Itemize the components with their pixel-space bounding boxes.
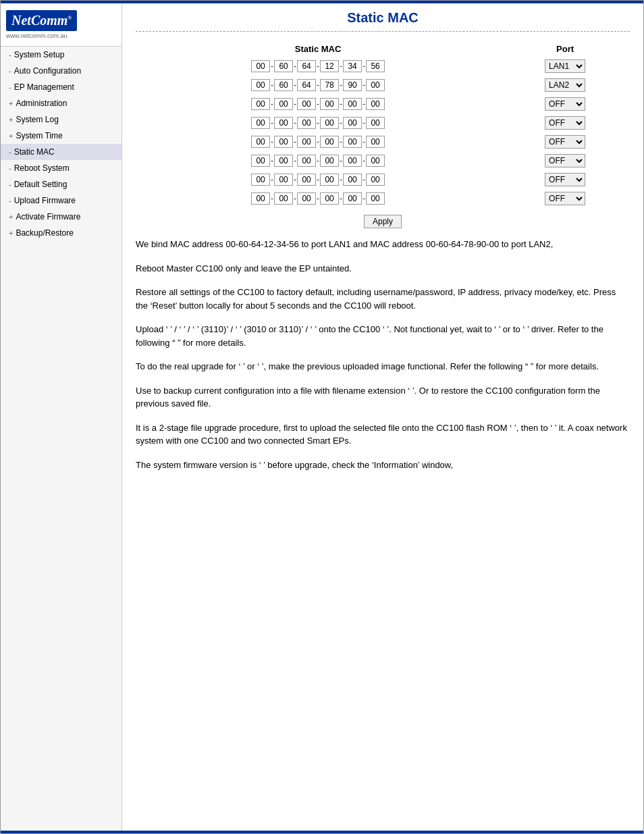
mac-octet-input[interactable] xyxy=(297,98,316,110)
mac-octet-input[interactable] xyxy=(274,98,293,110)
mac-octet-input[interactable] xyxy=(320,79,339,91)
mac-octet-input[interactable] xyxy=(251,155,270,167)
mac-octet-input[interactable] xyxy=(320,60,339,72)
sidebar-item-system-time[interactable]: + System Time xyxy=(1,128,122,144)
logo-text: NetComm® xyxy=(6,10,77,31)
mac-octet-input[interactable] xyxy=(343,155,362,167)
mac-octet-input[interactable] xyxy=(297,60,316,72)
description-text: Use to backup current configuration into… xyxy=(136,384,630,411)
mac-separator: - xyxy=(340,99,342,109)
port-select[interactable]: LAN1LAN2OFF xyxy=(545,173,585,186)
mac-table-row: -----LAN1LAN2OFF xyxy=(136,76,630,95)
mac-octet-input[interactable] xyxy=(320,174,339,186)
mac-octet-input[interactable] xyxy=(297,192,316,205)
mac-octet-input[interactable] xyxy=(297,136,316,148)
sidebar: NetComm® www.netcomm.com.au - System Set… xyxy=(1,3,122,831)
mac-octet-input[interactable] xyxy=(251,98,270,110)
mac-octet-input[interactable] xyxy=(274,117,293,129)
port-select[interactable]: LAN1LAN2OFF xyxy=(545,59,585,73)
sidebar-item-upload-firmware[interactable]: - Upload Firmware xyxy=(1,192,122,209)
port-select[interactable]: LAN1LAN2OFF xyxy=(545,154,585,167)
mac-separator: - xyxy=(363,194,365,203)
sidebar-item-system-setup[interactable]: - System Setup xyxy=(1,47,122,63)
mac-octet-input[interactable] xyxy=(343,192,362,205)
mac-table-row: -----LAN1LAN2OFF xyxy=(136,113,630,132)
description-section-5: Use to backup current configuration into… xyxy=(136,384,630,411)
mac-octet-input[interactable] xyxy=(366,174,385,186)
sidebar-item-activate-firmware[interactable]: + Activate Firmware xyxy=(1,209,122,225)
sidebar-item-label: Administration xyxy=(16,99,67,108)
mac-octet-input[interactable] xyxy=(297,155,316,167)
mac-octet-input[interactable] xyxy=(274,174,293,186)
sidebar-prefix: + xyxy=(9,132,13,140)
mac-input-row: ----- xyxy=(141,155,495,167)
mac-octet-input[interactable] xyxy=(343,174,362,186)
mac-octet-input[interactable] xyxy=(297,174,316,186)
mac-separator: - xyxy=(271,156,273,165)
mac-octet-input[interactable] xyxy=(297,79,316,91)
sidebar-item-system-log[interactable]: + System Log xyxy=(1,111,122,128)
sidebar-prefix: - xyxy=(9,197,11,205)
mac-octet-input[interactable] xyxy=(366,117,385,129)
mac-separator: - xyxy=(294,61,296,71)
content-area: Static MAC Static MAC Port -----LAN1LAN2… xyxy=(122,3,643,831)
mac-table-row: -----LAN1LAN2OFF xyxy=(136,132,630,151)
mac-octet-input[interactable] xyxy=(251,79,270,91)
mac-octet-input[interactable] xyxy=(251,192,270,205)
sidebar-item-static-mac[interactable]: - Static MAC xyxy=(1,144,122,160)
mac-octet-input[interactable] xyxy=(251,60,270,72)
mac-octet-input[interactable] xyxy=(343,60,362,72)
description-text: It is a 2-stage file upgrade procedure, … xyxy=(136,421,630,448)
mac-octet-input[interactable] xyxy=(320,98,339,110)
mac-octet-input[interactable] xyxy=(320,192,339,205)
sidebar-item-backup/restore[interactable]: + Backup/Restore xyxy=(1,225,122,241)
mac-octet-input[interactable] xyxy=(343,136,362,148)
mac-octet-input[interactable] xyxy=(343,117,362,129)
sidebar-item-reboot-system[interactable]: - Reboot System xyxy=(1,160,122,176)
mac-octet-input[interactable] xyxy=(366,192,385,205)
mac-table-row: -----LAN1LAN2OFF xyxy=(136,189,630,208)
mac-octet-input[interactable] xyxy=(251,117,270,129)
mac-separator: - xyxy=(317,80,319,90)
mac-octet-input[interactable] xyxy=(320,136,339,148)
mac-octet-input[interactable] xyxy=(274,79,293,91)
mac-octet-input[interactable] xyxy=(320,117,339,129)
port-select[interactable]: LAN1LAN2OFF xyxy=(545,97,585,111)
mac-octet-input[interactable] xyxy=(251,174,270,186)
mac-octet-input[interactable] xyxy=(251,136,270,148)
port-select[interactable]: LAN1LAN2OFF xyxy=(545,192,585,205)
port-select[interactable]: LAN1LAN2OFF xyxy=(545,78,585,92)
sidebar-item-default-setting[interactable]: - Default Setting xyxy=(1,176,122,192)
port-select[interactable]: LAN1LAN2OFF xyxy=(545,116,585,130)
mac-separator: - xyxy=(363,175,365,184)
mac-octet-input[interactable] xyxy=(343,79,362,91)
mac-octet-input[interactable] xyxy=(320,155,339,167)
apply-button[interactable]: Apply xyxy=(364,215,402,228)
mac-octet-input[interactable] xyxy=(366,155,385,167)
sidebar-item-label: System Log xyxy=(16,115,58,124)
apply-row: Apply xyxy=(136,215,630,228)
port-select[interactable]: LAN1LAN2OFF xyxy=(545,135,585,149)
mac-octet-input[interactable] xyxy=(366,79,385,91)
mac-octet-input[interactable] xyxy=(274,192,293,205)
sidebar-prefix: - xyxy=(9,180,11,188)
mac-separator: - xyxy=(317,156,319,165)
sidebar-item-auto-configuration[interactable]: - Auto Configuration xyxy=(1,63,122,79)
mac-separator: - xyxy=(294,80,296,90)
sidebar-item-ep-management[interactable]: - EP Management xyxy=(1,79,122,95)
mac-octet-input[interactable] xyxy=(366,136,385,148)
description-section-4: To do the real upgrade for ‘ ’ or ‘ ’, m… xyxy=(136,360,630,373)
mac-octet-input[interactable] xyxy=(366,98,385,110)
sidebar-item-administration[interactable]: + Administration xyxy=(1,95,122,111)
sidebar-nav: - System Setup- Auto Configuration- EP M… xyxy=(1,47,122,241)
mac-col-header: Static MAC xyxy=(136,41,500,57)
mac-octet-input[interactable] xyxy=(366,60,385,72)
mac-separator: - xyxy=(363,80,365,90)
mac-separator: - xyxy=(294,175,296,184)
mac-octet-input[interactable] xyxy=(274,155,293,167)
mac-octet-input[interactable] xyxy=(343,98,362,110)
mac-octet-input[interactable] xyxy=(274,60,293,72)
mac-octet-input[interactable] xyxy=(297,117,316,129)
description-text: The system firmware version is ‘ ’ befor… xyxy=(136,459,630,472)
mac-octet-input[interactable] xyxy=(274,136,293,148)
